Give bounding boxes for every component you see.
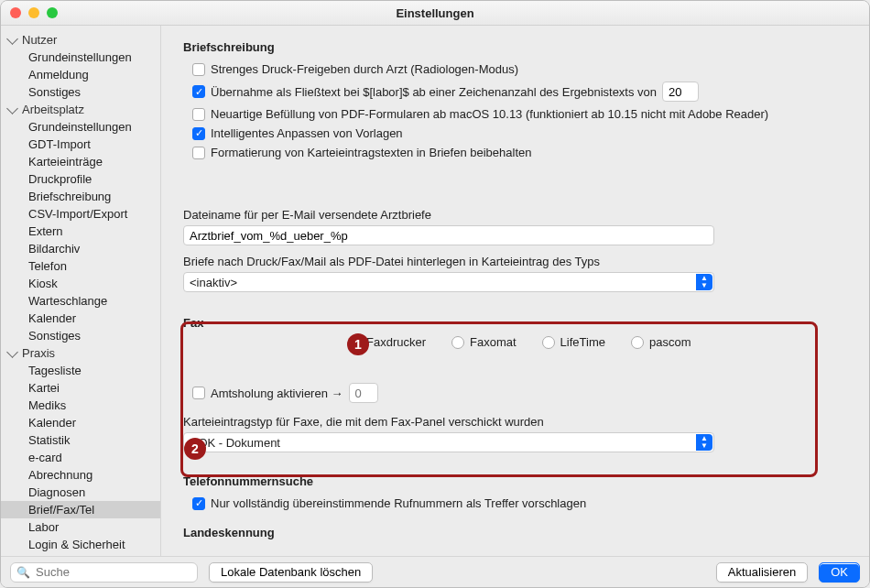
label-faxomat: Faxomat bbox=[470, 335, 517, 349]
search-input[interactable] bbox=[34, 564, 191, 580]
input-amtsholung[interactable] bbox=[349, 383, 378, 403]
sidebar-item-grundeinstellungen[interactable]: Grundeinstellungen bbox=[1, 118, 160, 136]
select-pdf-type-value: <inaktiv> bbox=[190, 276, 237, 289]
sidebar-item-gdt-import[interactable]: GDT-Import bbox=[1, 136, 160, 153]
sidebar-item-karteieintr-ge[interactable]: Karteieinträge bbox=[1, 153, 160, 170]
section-tel: Telefonnummernsuche bbox=[183, 474, 847, 488]
chevron-down-icon bbox=[6, 346, 18, 358]
sidebar-item-telefon[interactable]: Telefon bbox=[1, 257, 160, 275]
window-title: Einstellungen bbox=[10, 6, 860, 20]
sidebar-item-kalender[interactable]: Kalender bbox=[1, 310, 160, 327]
sidebar-item-sonstiges[interactable]: Sonstiges bbox=[1, 83, 160, 101]
section-fax: Fax bbox=[172, 316, 847, 330]
label-lifetime: LifeTime bbox=[560, 335, 605, 349]
label-amtsholung: Amtsholung aktivieren → bbox=[211, 387, 343, 400]
label-pdf-type: Briefe nach Druck/Fax/Mail als PDF-Datei… bbox=[183, 255, 847, 268]
sidebar-item-e-card[interactable]: e-card bbox=[1, 449, 160, 466]
button-delete-local-db[interactable]: Lokale Datenbank löschen bbox=[209, 562, 373, 583]
check-uebernahme[interactable] bbox=[192, 85, 205, 98]
select-pdf-type[interactable]: <inaktiv> ▲▼ bbox=[183, 272, 714, 292]
sidebar-group-arbeitsplatz[interactable]: Arbeitsplatz bbox=[1, 101, 160, 118]
check-strenges[interactable] bbox=[192, 63, 205, 76]
section-landeskennung: Landeskennung bbox=[183, 526, 847, 539]
sidebar-item-druckprofile[interactable]: Druckprofile bbox=[1, 170, 160, 188]
sidebar-item-briefschreibung[interactable]: Briefschreibung bbox=[1, 188, 160, 205]
select-fax-karteityp[interactable]: DOK - Dokument ▲▼ bbox=[183, 432, 714, 452]
sidebar-group-praxis[interactable]: Praxis bbox=[1, 344, 160, 362]
zoom-icon[interactable] bbox=[47, 7, 58, 18]
check-tel-exact[interactable] bbox=[192, 497, 205, 510]
chevron-updown-icon: ▲▼ bbox=[696, 434, 712, 451]
sidebar-item-grundeinstellungen[interactable]: Grundeinstellungen bbox=[1, 49, 160, 66]
sidebar-item-csv-import-export[interactable]: CSV-Import/Export bbox=[1, 205, 160, 223]
sidebar-item-kalender[interactable]: Kalender bbox=[1, 414, 160, 431]
footer: 🔍 Lokale Datenbank löschen Aktualisieren… bbox=[1, 556, 869, 587]
label-formatierung: Formatierung von Karteieintragstexten in… bbox=[211, 146, 532, 159]
button-aktualisieren[interactable]: Aktualisieren bbox=[716, 562, 808, 583]
label-intelligentes: Intelligentes Anpassen von Vorlagen bbox=[211, 126, 403, 140]
sidebar-item-tagesliste[interactable]: Tagesliste bbox=[1, 362, 160, 379]
label-fax-karteityp: Karteieintragstyp für Faxe, die mit dem … bbox=[183, 415, 847, 429]
sidebar-item-login-sicherheit[interactable]: Login & Sicherheit bbox=[1, 536, 160, 553]
label-uebernahme: Übernahme als Fließtext bei $[labor]$ ab… bbox=[211, 85, 657, 99]
sidebar-item-diagnosen[interactable]: Diagnosen bbox=[1, 484, 160, 501]
close-icon[interactable] bbox=[10, 7, 21, 18]
check-neuartige[interactable] bbox=[192, 108, 205, 121]
button-ok[interactable]: OK bbox=[819, 562, 860, 583]
sidebar-group-nutzer[interactable]: Nutzer bbox=[1, 31, 160, 49]
sidebar-item-anmeldung[interactable]: Anmeldung bbox=[1, 66, 160, 83]
label-strenges: Strenges Druck-Freigeben durch Arzt (Rad… bbox=[211, 62, 518, 76]
label-tel-exact: Nur vollständig übereinstimmende Rufnumm… bbox=[211, 496, 586, 510]
sidebar-item-bildarchiv[interactable]: Bildarchiv bbox=[1, 240, 160, 257]
sidebar-item-extern[interactable]: Extern bbox=[1, 223, 160, 240]
label-neuartige: Neuartige Befüllung von PDF-Formularen a… bbox=[211, 107, 768, 121]
sidebar-item-mediks[interactable]: Mediks bbox=[1, 397, 160, 414]
check-amtsholung[interactable] bbox=[192, 387, 205, 399]
label-pascom: pascom bbox=[649, 335, 691, 349]
sidebar-item-warteschlange[interactable]: Warteschlange bbox=[1, 292, 160, 310]
sidebar-item-abrechnung[interactable]: Abrechnung bbox=[1, 466, 160, 484]
sidebar-item-warenwirtschaft[interactable]: Warenwirtschaft bbox=[1, 553, 160, 556]
label-dateiname: Dateiname für per E-Mail versendete Arzt… bbox=[183, 208, 847, 222]
select-fax-karteityp-value: DOK - Dokument bbox=[190, 436, 280, 450]
chevron-down-icon bbox=[6, 33, 18, 45]
content-area: Briefschreibung Strenges Druck-Freigeben… bbox=[161, 26, 869, 556]
check-formatierung[interactable] bbox=[192, 147, 205, 159]
minimize-icon[interactable] bbox=[28, 7, 39, 18]
sidebar-item-sonstiges[interactable]: Sonstiges bbox=[1, 327, 160, 344]
sidebar-item-brief-fax-tel[interactable]: Brief/Fax/Tel bbox=[1, 501, 160, 518]
search-field[interactable]: 🔍 bbox=[10, 562, 198, 583]
sidebar: NutzerGrundeinstellungenAnmeldungSonstig… bbox=[1, 26, 161, 556]
search-icon: 🔍 bbox=[16, 566, 30, 579]
sidebar-item-kartei[interactable]: Kartei bbox=[1, 379, 160, 397]
window-titlebar: Einstellungen bbox=[1, 1, 869, 26]
radio-faxomat[interactable] bbox=[451, 336, 464, 349]
sidebar-group-label: Praxis bbox=[22, 346, 55, 360]
radio-pascom[interactable] bbox=[631, 336, 644, 349]
label-faxdrucker: Faxdrucker bbox=[366, 335, 426, 349]
radio-faxdrucker[interactable] bbox=[348, 336, 361, 349]
sidebar-item-kiosk[interactable]: Kiosk bbox=[1, 275, 160, 292]
input-uebernahme-count[interactable] bbox=[662, 82, 699, 102]
chevron-down-icon bbox=[6, 103, 18, 114]
sidebar-group-label: Arbeitsplatz bbox=[22, 103, 84, 116]
chevron-updown-icon: ▲▼ bbox=[696, 274, 712, 290]
sidebar-item-statistik[interactable]: Statistik bbox=[1, 431, 160, 449]
radio-lifetime[interactable] bbox=[542, 336, 555, 349]
check-intelligentes[interactable] bbox=[192, 127, 205, 140]
input-dateiname[interactable] bbox=[183, 225, 714, 245]
sidebar-item-labor[interactable]: Labor bbox=[1, 518, 160, 536]
sidebar-group-label: Nutzer bbox=[22, 33, 57, 47]
section-briefschreibung: Briefschreibung bbox=[183, 40, 847, 54]
window-controls bbox=[10, 7, 58, 18]
